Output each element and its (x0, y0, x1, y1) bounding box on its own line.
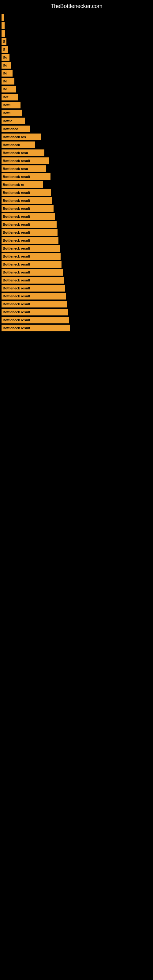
bar-row: Bo (2, 62, 151, 68)
bar: Bottleneck result (2, 309, 68, 315)
bar-label: Bo (3, 56, 7, 59)
bar-row: Bottleneck result (2, 205, 151, 212)
bar-label: Bot (3, 95, 8, 99)
bar-label: Bottleneck result (3, 270, 30, 274)
bar-row: Bottleneck res (2, 134, 151, 140)
bar-label: Bottleneck result (3, 326, 30, 330)
bar: Bottleneck result (2, 269, 63, 275)
bar: Bo (2, 70, 13, 76)
bar-row: Bottleneck result (2, 173, 151, 180)
bar-label: B (3, 48, 5, 51)
bar (2, 14, 4, 21)
bar-row: Bottleneck result (2, 277, 151, 283)
bar-row: Bottleneck result (2, 317, 151, 323)
bar: Bot (2, 94, 18, 100)
bar: Bottleneck result (2, 317, 69, 323)
bar: Bottleneck (2, 142, 35, 148)
bar-label: Bo (3, 87, 7, 91)
bar: Bottleneck resu (2, 165, 46, 172)
bar: Bottl (2, 102, 21, 108)
bar-row: Bottleneck result (2, 253, 151, 260)
bar: Bo (2, 54, 10, 60)
bar: Bottlenec (2, 126, 30, 132)
bar-row: Bottleneck result (2, 221, 151, 228)
bar: Bottle (2, 118, 25, 124)
bar-row: Bottleneck resu (2, 165, 151, 172)
bar-label: Bottleneck (3, 143, 20, 147)
bar-row: Bottlenec (2, 126, 151, 132)
bar-row: B (2, 46, 151, 52)
bar-label: Bottleneck result (3, 215, 30, 218)
bar: B (2, 38, 6, 45)
bar: Bottleneck result (2, 301, 67, 307)
bar-row: Bottleneck result (2, 213, 151, 220)
bar-label: Bottleneck result (3, 310, 30, 314)
bar-row: Bottleneck result (2, 229, 151, 236)
bar-label: Bo (3, 79, 7, 83)
bar: Bottleneck result (2, 221, 57, 228)
bar-row: Bottl (2, 102, 151, 108)
bar: Bottleneck result (2, 173, 51, 180)
bar: Bottleneck result (2, 213, 55, 220)
bar: Bottleneck result (2, 158, 49, 164)
bar-row (2, 14, 151, 21)
bar: Bottl (2, 110, 22, 116)
bar-label: Bottleneck result (3, 231, 30, 234)
bar: Bottleneck res (2, 134, 41, 140)
bar-row: Bo (2, 54, 151, 60)
bar-label: Bottle (3, 119, 12, 123)
bar: Bottleneck result (2, 229, 57, 236)
bar-row: Bo (2, 78, 151, 84)
bar: Bottleneck resu (2, 150, 45, 156)
bar-label: Bottleneck result (3, 175, 30, 178)
bar-row: Bot (2, 94, 151, 100)
bar-label: Bottl (3, 103, 10, 107)
bar-label: Bottleneck result (3, 262, 30, 266)
bar-label: B (3, 40, 5, 43)
bar (2, 30, 5, 37)
bar: Bottleneck result (2, 205, 54, 212)
bar-row: Bottleneck result (2, 309, 151, 315)
bar: Bottleneck result (2, 197, 52, 204)
bar-row: Bottleneck (2, 142, 151, 148)
bar-label: Bottleneck re (3, 183, 24, 186)
bar-label: Bottleneck result (3, 278, 30, 282)
bar: Bottleneck result (2, 245, 60, 252)
bar-row: Bottleneck result (2, 293, 151, 299)
bar-row (2, 30, 151, 37)
bar-label: Bottleneck result (3, 255, 30, 258)
bar-label: Bottleneck result (3, 247, 30, 250)
bar-label: Bottleneck result (3, 294, 30, 298)
bar-row: Bottleneck result (2, 325, 151, 331)
site-title: TheBottlenecker.com (0, 0, 153, 11)
bar-row: Bottleneck result (2, 285, 151, 291)
bar-label: Bottleneck result (3, 286, 30, 290)
bar-row: Bottleneck result (2, 237, 151, 244)
bar-label: Bottleneck resu (3, 151, 28, 155)
bar (2, 22, 5, 29)
bar: Bottleneck result (2, 237, 59, 244)
bar-row: Bo (2, 86, 151, 92)
bar-row: Bottl (2, 110, 151, 116)
bar-label: Bottleneck result (3, 239, 30, 242)
bar-label: Bottleneck result (3, 223, 30, 226)
bar-row: Bottleneck result (2, 301, 151, 307)
bar: Bo (2, 62, 11, 68)
bars-container: BBBoBoBoBoBoBotBottlBottlBottleBottlenec… (0, 11, 153, 336)
bar-row: Bottleneck result (2, 245, 151, 252)
bar: Bo (2, 78, 14, 84)
bar-label: Bottleneck res (3, 135, 26, 139)
bar: Bottleneck result (2, 325, 70, 331)
bar-row: Bottleneck result (2, 269, 151, 275)
bar-row: Bottleneck resu (2, 150, 151, 156)
bar-label: Bottl (3, 111, 10, 115)
bar-label: Bottlenec (3, 127, 18, 131)
bar-label: Bottleneck result (3, 318, 30, 322)
bar-label: Bo (3, 64, 7, 67)
bar: Bottleneck re (2, 181, 43, 188)
bar: B (2, 46, 8, 52)
bar-row: Bottleneck result (2, 261, 151, 268)
bar-row: Bottleneck result (2, 189, 151, 196)
bar: Bottleneck result (2, 285, 65, 291)
bar-row: Bottleneck re (2, 181, 151, 188)
